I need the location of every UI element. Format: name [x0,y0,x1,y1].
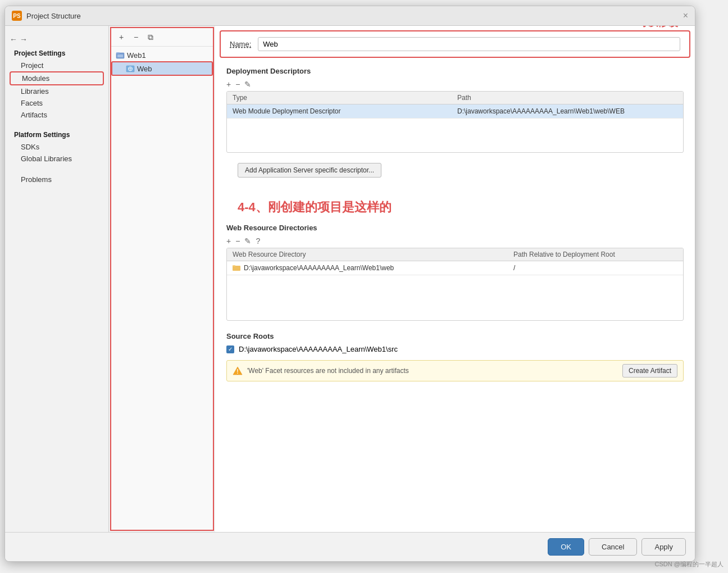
cancel-button[interactable]: Cancel [589,538,637,556]
remove-module-button[interactable]: − [130,31,142,43]
dialog-footer: OK Cancel Apply [5,532,695,561]
dd-toolbar: + − ✎ [215,78,695,91]
back-button[interactable]: ← [10,35,17,44]
wr-table: Web Resource Directory Path Relative to … [226,248,684,321]
sidebar-item-artifacts[interactable]: Artifacts [5,109,108,121]
tree-item-web-label: Web [137,65,152,73]
nav-arrows: ← → [5,33,108,46]
wr-cell-path: / [508,261,521,275]
name-label: Name: [230,40,251,48]
warning-bar: ! 'Web' Facet resources are not included… [226,360,684,381]
create-artifact-button[interactable]: Create Artifact [622,364,677,378]
module-folder-icon [116,51,125,60]
sidebar-item-facets[interactable]: Facets [5,97,108,109]
name-annotation: 可以修改 [638,26,678,29]
dd-cell-type: Web Module Deployment Descriptor [227,104,452,118]
name-input[interactable] [258,37,680,51]
wr-edit-button[interactable]: ✎ [244,237,251,245]
wr-help-button[interactable]: ? [256,237,260,245]
source-root-path: D:\javaworkspace\AAAAAAAAA_Learn\Web1\sr… [239,345,398,353]
wr-remove-button[interactable]: − [235,237,240,245]
dd-table-row[interactable]: Web Module Deployment Descriptor D:\java… [227,104,683,119]
svg-rect-2 [117,54,123,57]
sidebar-item-sdks[interactable]: SDKs [5,141,108,153]
dd-col-path: Path [452,92,477,104]
watermark: CSDN @编程的一半超人 [655,560,724,569]
dd-cell-path: D:\javaworkspace\AAAAAAAAA_Learn\Web1\we… [452,104,630,118]
project-settings-label: Project Settings [5,46,108,60]
dd-edit-button[interactable]: ✎ [244,80,251,89]
main-content: 可以修改 Name: Deployment Descriptors + − ✎ … [215,26,695,532]
wr-col-directory: Web Resource Directory [227,248,508,261]
annotation-text: 4-4、刚创建的项目是这样的 [215,188,695,221]
folder-small-icon [233,264,240,272]
dd-col-type: Type [227,92,452,104]
module-tree: Web1 Web [111,47,213,530]
module-panel: + − ⧉ Web1 [110,27,214,531]
sidebar-item-problems[interactable]: Problems [5,174,108,185]
tree-item-web1-label: Web1 [127,51,146,60]
svg-rect-8 [233,265,235,266]
dialog-title: Project Structure [26,12,81,20]
svg-rect-1 [116,52,120,53]
svg-text:!: ! [236,369,238,375]
add-descriptor-button[interactable]: Add Application Server specific descript… [238,163,381,178]
dd-remove-button[interactable]: − [235,80,240,89]
warning-text: 'Web' Facet resources are not included i… [247,367,618,375]
source-root-item: ✓ D:\javaworkspace\AAAAAAAAA_Learn\Web1\… [215,343,695,356]
dialog-icon: PS [12,11,22,21]
svg-rect-7 [233,266,240,271]
source-roots-title: Source Roots [215,328,695,343]
forward-button[interactable]: → [20,35,28,44]
name-section: 可以修改 Name: [220,30,690,58]
wr-table-row[interactable]: D:\javaworkspace\AAAAAAAAA_Learn\Web1\we… [227,261,683,275]
dd-table-header: Type Path [227,92,683,104]
warning-icon: ! [233,366,243,376]
deployment-descriptors-title: Deployment Descriptors [215,62,695,78]
wr-cell-directory: D:\javaworkspace\AAAAAAAAA_Learn\Web1\we… [227,261,508,275]
dialog-body: ← → Project Settings Project Modules Lib… [5,26,695,532]
wr-toolbar: + − ✎ ? [215,234,695,248]
copy-module-button[interactable]: ⧉ [145,31,156,43]
sidebar-item-libraries[interactable]: Libraries [5,85,108,97]
dd-add-button[interactable]: + [226,80,231,89]
dd-table: Type Path Web Module Deployment Descript… [226,91,684,153]
wr-add-button[interactable]: + [226,237,231,245]
add-module-button[interactable]: + [116,31,127,43]
tree-item-web1[interactable]: Web1 [111,49,213,61]
project-structure-dialog: PS Project Structure × ← → Project Setti… [4,6,695,562]
sidebar: ← → Project Settings Project Modules Lib… [5,26,109,532]
close-button[interactable]: × [683,11,688,20]
sidebar-item-modules[interactable]: Modules [10,71,104,85]
tree-item-web[interactable]: Web [111,61,213,76]
source-root-checkbox[interactable]: ✓ [226,345,234,353]
web-resource-title: Web Resource Directories [215,221,695,234]
sidebar-item-project[interactable]: Project [5,60,108,71]
module-toolbar: + − ⧉ [111,28,213,47]
web-module-icon [126,64,135,73]
wr-col-path: Path Relative to Deployment Root [508,248,621,261]
apply-button[interactable]: Apply [641,538,686,556]
wr-table-header: Web Resource Directory Path Relative to … [227,248,683,261]
dialog-titlebar: PS Project Structure × [5,6,695,26]
sidebar-item-global-libraries[interactable]: Global Libraries [5,153,108,165]
platform-settings-label: Platform Settings [5,128,108,141]
ok-button[interactable]: OK [548,538,584,556]
